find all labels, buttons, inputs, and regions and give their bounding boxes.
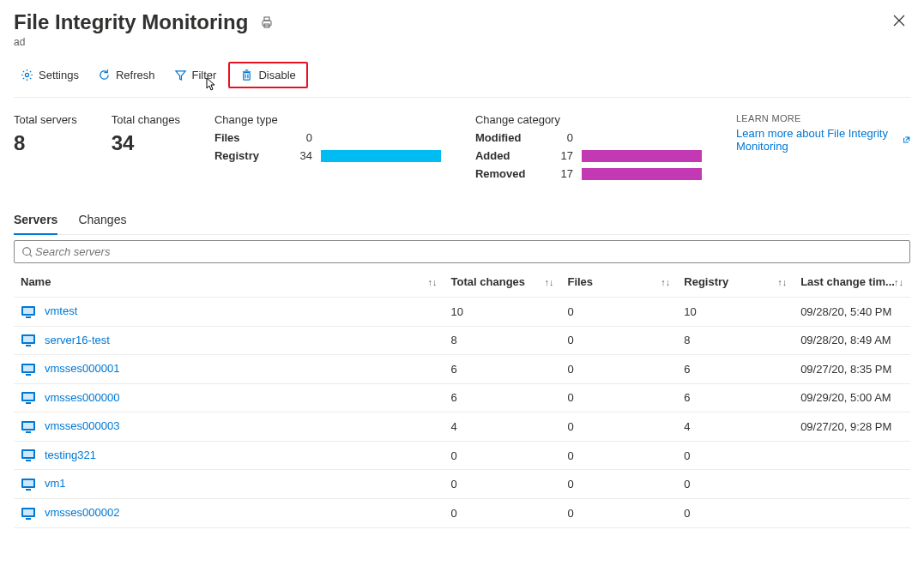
- table-row[interactable]: vmsses000002000: [14, 498, 910, 527]
- cell-name[interactable]: vm1: [14, 470, 444, 499]
- tab-servers[interactable]: Servers: [14, 206, 57, 235]
- metric-row: Registry34: [214, 149, 441, 162]
- svg-rect-20: [26, 431, 31, 433]
- svg-point-3: [25, 73, 28, 76]
- learn-more-heading: LEARN MORE: [736, 113, 910, 123]
- refresh-button[interactable]: Refresh: [91, 65, 162, 85]
- search-input[interactable]: [33, 244, 903, 259]
- svg-rect-17: [26, 402, 31, 404]
- svg-rect-7: [23, 308, 33, 314]
- cell-files: 0: [560, 326, 677, 355]
- metric-name: Added: [475, 149, 544, 162]
- cell-last-change: [794, 470, 910, 499]
- vm-icon: [21, 363, 36, 376]
- cell-name[interactable]: vmsses000001: [14, 355, 444, 384]
- table-row[interactable]: vmtest1001009/28/20, 5:40 PM: [14, 298, 910, 327]
- svg-rect-11: [26, 345, 31, 346]
- svg-rect-28: [23, 509, 33, 515]
- svg-rect-25: [23, 480, 33, 486]
- svg-point-5: [23, 247, 31, 255]
- sort-icon: ↑↓: [661, 277, 670, 287]
- cell-name[interactable]: vmsses000002: [14, 498, 444, 527]
- cell-registry: 10: [677, 298, 794, 327]
- cell-files: 0: [560, 470, 677, 499]
- vm-icon: [21, 507, 36, 521]
- search-box[interactable]: [14, 240, 910, 263]
- cell-last-change: [794, 441, 910, 470]
- cell-name[interactable]: server16-test: [14, 326, 444, 355]
- metric-value: 17: [553, 167, 573, 180]
- svg-rect-23: [26, 460, 31, 461]
- vm-icon: [21, 305, 36, 319]
- svg-rect-16: [23, 394, 33, 400]
- cell-registry: 0: [677, 470, 794, 499]
- total-changes-value: 34: [112, 131, 180, 155]
- table-row[interactable]: vmsses00000160609/27/20, 8:35 PM: [14, 355, 910, 384]
- svg-rect-13: [23, 365, 33, 371]
- metric-row: Added17: [475, 149, 702, 162]
- total-servers-value: 8: [14, 131, 77, 155]
- refresh-label: Refresh: [116, 69, 155, 81]
- metric-value: 34: [292, 149, 312, 162]
- metric-bar: [582, 168, 702, 180]
- cell-name[interactable]: vmsses000000: [14, 383, 444, 412]
- table-row[interactable]: testing321000: [14, 441, 910, 470]
- col-name[interactable]: Name↑↓: [14, 267, 444, 298]
- col-registry[interactable]: Registry↑↓: [677, 267, 794, 298]
- cell-name[interactable]: testing321: [14, 441, 444, 470]
- disable-button[interactable]: Disable: [228, 62, 307, 88]
- vm-icon: [21, 334, 36, 347]
- col-total-changes[interactable]: Total changes↑↓: [444, 267, 561, 298]
- cell-registry: 6: [677, 355, 794, 384]
- metric-row: Removed17: [475, 167, 702, 180]
- cell-last-change: 09/28/20, 8:49 AM: [794, 326, 910, 355]
- cell-registry: 8: [677, 326, 794, 355]
- filter-label: Filter: [192, 69, 217, 81]
- svg-rect-14: [26, 374, 31, 376]
- svg-rect-19: [23, 423, 33, 429]
- table-row[interactable]: vmsses00000060609/29/20, 5:00 AM: [14, 383, 910, 412]
- table-row[interactable]: server16-test80809/28/20, 8:49 AM: [14, 326, 910, 355]
- close-icon[interactable]: [888, 10, 910, 33]
- cell-total-changes: 0: [444, 441, 561, 470]
- total-changes-label: Total changes: [112, 113, 180, 126]
- table-row[interactable]: vm1000: [14, 470, 910, 499]
- page-title: File Integrity Monitoring: [14, 10, 248, 34]
- metric-row: Modified0: [475, 131, 702, 144]
- cell-files: 0: [560, 383, 677, 412]
- cell-total-changes: 6: [444, 355, 561, 384]
- filter-button[interactable]: Filter: [167, 65, 224, 85]
- cell-name[interactable]: vmsses000003: [14, 412, 444, 442]
- svg-rect-4: [244, 73, 251, 80]
- tabs: Servers Changes: [14, 206, 910, 235]
- table-row[interactable]: vmsses00000340409/27/20, 9:28 PM: [14, 412, 910, 442]
- search-icon: [21, 246, 33, 258]
- cell-last-change: [794, 498, 910, 527]
- col-last-change[interactable]: Last change tim...↑↓: [794, 267, 910, 298]
- metric-row: Files0: [214, 131, 441, 144]
- cell-name[interactable]: vmtest: [14, 298, 444, 327]
- cell-registry: 0: [677, 498, 794, 527]
- col-files[interactable]: Files↑↓: [560, 267, 677, 298]
- svg-rect-29: [26, 518, 31, 520]
- cell-last-change: 09/29/20, 5:00 AM: [794, 383, 910, 412]
- cell-total-changes: 0: [444, 470, 561, 499]
- settings-button[interactable]: Settings: [14, 65, 86, 85]
- tab-changes[interactable]: Changes: [78, 206, 126, 234]
- vm-icon: [21, 391, 36, 405]
- page-subtitle: ad: [14, 36, 888, 48]
- sort-icon: ↑↓: [544, 277, 553, 287]
- servers-table: Name↑↓ Total changes↑↓ Files↑↓ Registry↑…: [14, 267, 910, 528]
- cell-total-changes: 8: [444, 326, 561, 355]
- cell-files: 0: [560, 412, 677, 442]
- total-servers-label: Total servers: [14, 113, 77, 126]
- change-category-label: Change category: [475, 113, 702, 126]
- metric-value: 17: [553, 149, 573, 162]
- metric-name: Files: [214, 131, 283, 144]
- print-icon[interactable]: [260, 10, 274, 34]
- learn-more-link[interactable]: Learn more about File Integrity Monitori…: [736, 127, 910, 153]
- svg-rect-10: [23, 336, 33, 342]
- cell-registry: 6: [677, 383, 794, 412]
- vm-icon: [21, 449, 36, 462]
- vm-icon: [21, 420, 36, 434]
